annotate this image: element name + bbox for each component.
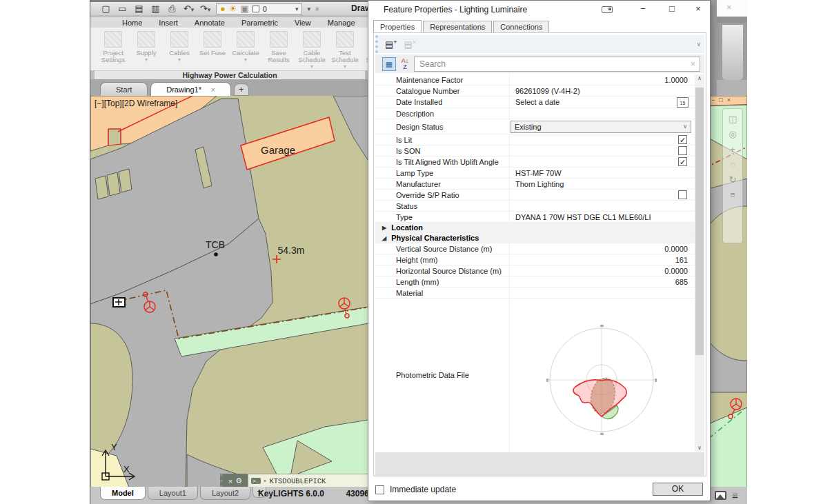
save-icon[interactable]: ▤ (133, 3, 145, 14)
property-value[interactable]: Thorn Lighting (510, 180, 564, 188)
bulb-icon[interactable]: ● (220, 3, 226, 14)
group-row[interactable]: ◢Physical Characteristics (375, 233, 704, 243)
redo-icon[interactable]: ↷▾ (199, 3, 211, 14)
palette-close-icon[interactable]: × (726, 2, 732, 12)
layer-dropdown-arrow[interactable]: ▾ (295, 6, 299, 12)
property-row[interactable]: Lamp TypeHST-MF 70W (375, 168, 704, 179)
dialog-titlebar[interactable]: Feature Properties - Lighting Luminaire … (368, 1, 710, 19)
property-value[interactable]: 0.0000 (510, 267, 693, 275)
open-icon[interactable]: ▭ (117, 3, 128, 14)
close-command-icon[interactable]: × (228, 477, 232, 485)
grid-scrollbar[interactable]: ∧ ∨ (695, 74, 704, 452)
close-tab-icon[interactable]: × (211, 86, 215, 94)
property-value-cell[interactable]: HST-MF 70W (510, 168, 693, 178)
command-line-grip[interactable]: × ⚙ (220, 474, 248, 487)
ribbon-button-cables[interactable]: Cables▾ (165, 30, 194, 70)
property-value[interactable]: HST-MF 70W (510, 169, 562, 177)
search-input[interactable]: Search × (414, 57, 700, 72)
restore-drawing-icon[interactable]: □ (719, 97, 722, 103)
property-value[interactable]: 161 (510, 256, 693, 264)
file-tab-drawing1[interactable]: Drawing1*× (150, 82, 231, 96)
save-as-icon[interactable]: ▥ (150, 3, 161, 14)
command-line[interactable]: × ⚙ >_ ▾ KTSDOUBLEPICK (220, 474, 369, 487)
property-row[interactable]: Override S/P Ratio (375, 190, 704, 201)
showmotion-icon[interactable]: ≡ (730, 190, 735, 199)
print-icon[interactable]: ⎙ (166, 3, 178, 14)
property-row[interactable]: Date InstalledSelect a date15 (375, 97, 704, 108)
property-value-cell[interactable]: ✓ (510, 134, 693, 145)
property-row[interactable]: Description (375, 108, 704, 119)
steering-wheel-icon[interactable]: ◎ (729, 130, 736, 139)
dialog-tab-properties[interactable]: Properties (373, 20, 422, 33)
zoom-icon[interactable]: ◌ (730, 160, 735, 169)
ribbon-tab-home[interactable]: Home (122, 19, 142, 27)
property-value-cell[interactable]: DYANA 1 70W HST DGE CL1 MLE60/LI (510, 212, 693, 222)
close-drawing-icon[interactable]: × (727, 97, 731, 103)
property-row[interactable]: Is SON (375, 145, 704, 157)
dialog-tab-connections[interactable]: Connections (493, 21, 549, 33)
layout-tab-model[interactable]: Model (100, 487, 146, 500)
property-value-cell[interactable]: 161 (510, 254, 693, 265)
toolbar-overflow-icon[interactable]: ∨ (696, 41, 701, 48)
property-value-cell[interactable]: 0.0000 (510, 243, 693, 254)
ribbon-button-supply[interactable]: Supply▾ (132, 30, 161, 70)
customization-menu-icon[interactable]: ≡ (732, 491, 738, 500)
scroll-up-icon[interactable]: ∧ (695, 75, 704, 81)
ribbon-button-cable-schedule[interactable]: Cable Schedule▾ (297, 30, 326, 70)
ribbon-tab-view[interactable]: View (295, 19, 311, 27)
ribbon-tab-manage[interactable]: Manage (328, 19, 355, 27)
property-value-cell[interactable] (510, 201, 693, 211)
property-row[interactable]: Vertical Source Distance (m)0.0000 (375, 243, 704, 254)
sort-az-icon[interactable]: A↓Z (398, 57, 412, 71)
property-row[interactable]: TypeDYANA 1 70W HST DGE CL1 MLE60/LI (375, 212, 704, 223)
design-status-dropdown[interactable]: Existing∨ (511, 121, 691, 133)
lock-icon[interactable]: ▣ (241, 3, 249, 14)
scroll-thumb[interactable] (695, 88, 704, 355)
property-row[interactable]: Is Tilt Aligned With Uplift Angle✓ (375, 157, 704, 168)
property-value-cell[interactable]: Existing∨ (510, 119, 693, 134)
property-value[interactable]: DYANA 1 70W HST DGE CL1 MLE60/LI (510, 213, 651, 221)
property-row[interactable]: Status (375, 201, 704, 212)
undo-icon[interactable]: ↶▾ (183, 3, 195, 14)
file-tab-start[interactable]: Start (100, 82, 148, 96)
property-value-cell[interactable]: 96261099 (V-4H-2) (510, 85, 693, 96)
collapse-arrow-icon[interactable]: ◢ (382, 235, 386, 241)
property-row[interactable]: Horizontal Source Distance (m)0.0000 (375, 265, 704, 276)
property-row[interactable]: Height (mm)161 (375, 254, 704, 265)
checkbox-unchecked[interactable] (678, 190, 687, 199)
new-drawing-tab-button[interactable]: + (234, 83, 249, 96)
property-value[interactable]: 0.0000 (510, 245, 693, 253)
ribbon-button-test-schedule[interactable]: Test Schedule▾ (330, 30, 359, 70)
property-value[interactable]: 1.0000 (510, 76, 693, 84)
property-value[interactable]: Select a date (510, 98, 559, 106)
viewcube-icon[interactable]: ◫ (729, 114, 737, 123)
ribbon-button-save-results[interactable]: Save Results (264, 30, 293, 70)
categorize-icon[interactable]: ▦ (382, 57, 396, 71)
property-value-cell[interactable]: 0.0000 (510, 265, 693, 276)
property-value-cell[interactable]: 1.0000 (510, 74, 693, 85)
checkbox-checked[interactable]: ✓ (678, 157, 687, 166)
property-value-cell[interactable]: Select a date15 (510, 97, 693, 108)
property-value[interactable]: 685 (510, 278, 693, 286)
close-button[interactable]: × (691, 3, 705, 15)
property-value-cell[interactable]: ✓ (510, 157, 693, 167)
maximize-button[interactable]: □ (665, 3, 679, 15)
recent-commands-arrow[interactable]: ▾ (264, 478, 267, 484)
orbit-icon[interactable]: ↻ (729, 175, 737, 184)
ribbon-button-calculate[interactable]: Calculate▾ (231, 30, 260, 70)
expand-arrow-icon[interactable]: ▶ (382, 225, 386, 231)
ok-button[interactable]: OK (653, 483, 703, 496)
clear-search-icon[interactable]: × (691, 59, 695, 69)
property-row[interactable]: Maintenance Factor1.0000 (375, 74, 704, 85)
property-row[interactable]: Length (mm)685 (375, 276, 704, 288)
add-feature-icon[interactable]: ▤+ (385, 39, 397, 50)
qat-overflow-arrow[interactable]: ▾ (307, 6, 310, 12)
pan-icon[interactable]: + (730, 145, 735, 154)
dialog-tab-representations[interactable]: Representations (423, 21, 492, 33)
ribbon-tab-parametric[interactable]: Parametric (241, 19, 278, 27)
property-value-cell[interactable]: 685 (510, 276, 693, 287)
ribbon-button-project-settings[interactable]: Project Settings (99, 30, 128, 70)
ribbon-tab-insert[interactable]: Insert (159, 19, 178, 27)
group-row[interactable]: ▶Location (375, 223, 704, 233)
minimize-drawing-icon[interactable]: − (711, 97, 715, 103)
